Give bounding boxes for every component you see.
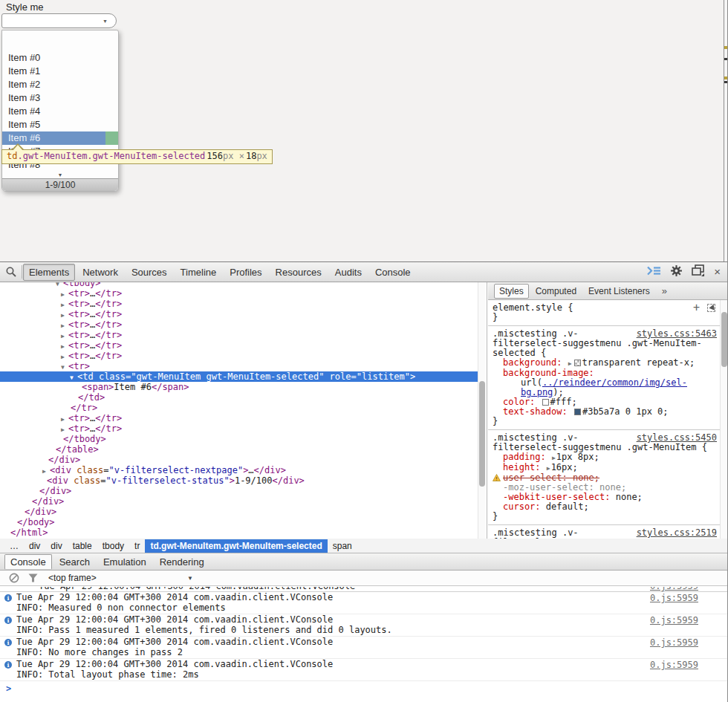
css-property[interactable]: -webkit-user-select: (503, 492, 611, 502)
css-property[interactable]: text-shadow: (503, 406, 568, 417)
list-item[interactable]: Item #1 (2, 65, 118, 78)
css-property[interactable]: cursor: (503, 501, 541, 512)
combobox-dropdown-icon[interactable]: ▼ (103, 19, 108, 24)
close-icon[interactable]: × (714, 267, 721, 277)
css-property[interactable]: height: (503, 462, 541, 472)
list-item[interactable]: Item #5 (2, 118, 118, 131)
css-property[interactable]: padding: (503, 452, 546, 462)
tree-row[interactable]: </td> (0, 392, 478, 403)
crumb[interactable]: table (68, 539, 97, 553)
tree-row[interactable]: </div> (0, 507, 478, 517)
css-property[interactable]: background: (503, 357, 562, 368)
frame-selector-caret-icon[interactable]: ▼ (187, 576, 193, 582)
tab-elements[interactable]: Elements (23, 264, 75, 281)
source-link[interactable]: 0.js:5959 (650, 638, 698, 649)
dock-side-icon[interactable] (692, 264, 705, 280)
tree-row[interactable]: </div> (0, 455, 478, 465)
console-prompt[interactable]: > (0, 681, 728, 694)
sidebar-tab-styles[interactable]: Styles (494, 284, 529, 299)
tree-row[interactable]: ▶<tr>…</tr> (0, 319, 478, 330)
new-style-rule-icon[interactable]: + (693, 303, 700, 312)
inactive-css-property[interactable]: -moz-user-select: none; (503, 482, 626, 493)
twisty-expanded-icon[interactable]: ▼ (56, 282, 63, 288)
show-drawer-icon[interactable] (646, 265, 661, 279)
list-item[interactable]: Item #3 (2, 91, 118, 105)
drawer-tab-rendering[interactable]: Rendering (154, 554, 210, 570)
twisty-expanded-icon[interactable]: ▼ (61, 363, 68, 373)
tree-row[interactable]: <span>Item #6</span> (0, 382, 478, 392)
inspect-element-icon[interactable] (707, 304, 715, 312)
list-item[interactable]: Item #2 (2, 78, 118, 91)
tree-row-selected[interactable]: ▼<td class="gwt-MenuItem gwt-MenuItem-se… (0, 371, 478, 382)
scrollbar-thumb[interactable] (479, 381, 485, 487)
console-message[interactable]: Tue Apr 29 12:00:04 GMT+300 2014 com.vaa… (0, 614, 728, 637)
tree-row[interactable]: ▼<tbody> (0, 282, 478, 288)
color-swatch-white[interactable] (542, 399, 549, 406)
filter-funnel-icon[interactable] (28, 573, 38, 582)
tree-row[interactable]: ▼<tr> (0, 361, 478, 371)
sidebar-tab-computed[interactable]: Computed (530, 284, 582, 299)
sidebar-more-tabs-icon[interactable]: » (657, 283, 672, 299)
source-link[interactable]: 0.js:5959 (650, 587, 698, 592)
tree-row[interactable]: ▶<tr>…</tr> (0, 351, 478, 361)
tab-timeline[interactable]: Timeline (175, 264, 223, 281)
scrollbar-tick-marks[interactable] (724, 0, 728, 261)
tree-row[interactable]: ▶<tr>…</tr> (0, 413, 478, 423)
source-link[interactable]: 0.js:5959 (650, 616, 698, 626)
image-url-link[interactable]: ../reindeer/common/img/sel- (542, 377, 687, 388)
drawer-tab-console[interactable]: Console (4, 554, 52, 570)
tab-sources[interactable]: Sources (126, 264, 173, 281)
search-icon[interactable] (0, 265, 22, 279)
elements-scrollbar[interactable] (478, 282, 486, 539)
tree-row[interactable]: </tr> (0, 403, 478, 413)
crumb-selected[interactable]: td.gwt-MenuItem.gwt-MenuItem-selected (145, 539, 327, 553)
tree-row[interactable]: </body> (0, 517, 478, 527)
tree-row[interactable]: ▶<tr>…</tr> (0, 299, 478, 309)
filterselect-combobox[interactable]: ▼ (1, 13, 117, 28)
tree-row[interactable]: </html> (0, 527, 478, 538)
crumb[interactable]: tr (129, 539, 145, 553)
frame-selector[interactable]: <top frame> (48, 573, 97, 583)
styles-scrollbar[interactable] (720, 300, 728, 539)
tree-row[interactable]: ▶<div class="v-filterselect-nextpage">…<… (0, 465, 478, 475)
crumb[interactable]: span (328, 539, 357, 553)
tree-row[interactable]: ▶<tr>…</tr> (0, 330, 478, 340)
source-link[interactable]: 0.js:5959 (650, 660, 698, 671)
tree-row[interactable]: ▶<tr>…</tr> (0, 423, 478, 434)
tab-audits[interactable]: Audits (329, 264, 368, 281)
console-message[interactable]: Tue Apr 29 12:00:04 GMT+300 2014 com.vaa… (0, 592, 728, 614)
twisty-expanded-icon[interactable]: ▼ (70, 373, 77, 383)
console-message[interactable]: Tue Apr 29 12:00:04 GMT+300 2014 com.vaa… (0, 659, 728, 681)
tab-console[interactable]: Console (369, 264, 417, 281)
invalid-css-property[interactable]: user-select: none; (503, 472, 599, 483)
list-item[interactable]: Item #0 (2, 51, 118, 65)
tree-row[interactable]: ▶<tr>…</tr> (0, 309, 478, 319)
image-url-link[interactable]: bg.png (521, 387, 553, 397)
crumb[interactable]: div (24, 539, 45, 553)
tab-resources[interactable]: Resources (270, 264, 328, 281)
tree-row[interactable]: <div class="v-filterselect-status">1-9/1… (0, 475, 478, 486)
color-swatch-transparent[interactable] (574, 360, 581, 366)
source-link[interactable]: 0.js:5959 (650, 594, 698, 604)
crumb[interactable]: … (4, 539, 24, 553)
tree-row[interactable]: </table> (0, 444, 478, 455)
settings-gear-icon[interactable] (670, 264, 683, 280)
drawer-tab-emulation[interactable]: Emulation (97, 554, 152, 570)
crumb[interactable]: tbody (97, 539, 129, 553)
tree-row[interactable]: </tbody> (0, 434, 478, 444)
css-property[interactable]: background-image: (503, 368, 594, 378)
scrollbar-thumb[interactable] (721, 312, 727, 367)
list-item[interactable]: Item #4 (2, 105, 118, 118)
crumb[interactable]: div (45, 539, 67, 553)
tree-row[interactable]: ▶<tr>…</tr> (0, 340, 478, 351)
sidebar-tab-event-listeners[interactable]: Event Listeners (583, 284, 655, 299)
clear-console-icon[interactable] (9, 573, 19, 583)
console-message[interactable]: Tue Apr 29 12:00:04 GMT+300 2014 com.vaa… (0, 637, 728, 659)
css-property[interactable]: color: (503, 397, 535, 407)
drawer-tab-search[interactable]: Search (53, 554, 96, 570)
tree-row[interactable]: ▶<tr>…</tr> (0, 288, 478, 299)
tab-network[interactable]: Network (77, 264, 124, 281)
color-swatch-shadow[interactable] (574, 409, 581, 415)
tab-profiles[interactable]: Profiles (224, 264, 267, 281)
tree-row[interactable]: </div> (0, 496, 478, 507)
